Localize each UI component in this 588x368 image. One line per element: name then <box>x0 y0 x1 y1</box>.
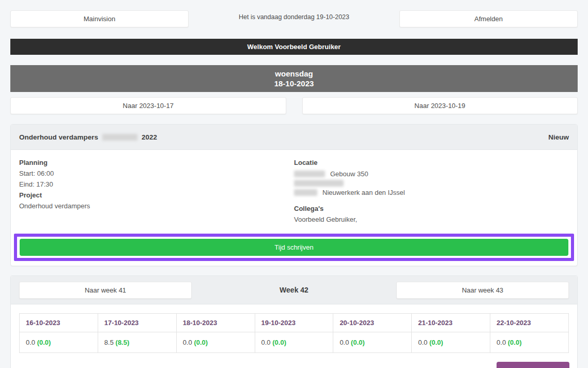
prev-week-button[interactable]: Naar week 41 <box>19 282 192 299</box>
planning-heading: Planning <box>19 157 294 168</box>
redacted-location-name <box>294 171 325 177</box>
week-body: 16-10-2023 17-10-2023 18-10-2023 19-10-2… <box>11 304 577 368</box>
redacted-title-segment <box>102 134 137 141</box>
page: Mainvision Het is vandaag donderdag 19-1… <box>0 0 588 368</box>
hours-value: 0.0 <box>261 339 271 346</box>
hours-cell: 0.0 (0.0) <box>412 332 490 353</box>
colleagues-names: Voorbeeld Gebruiker, <box>294 214 569 225</box>
location-column: Locatie Gebouw 350 Nieuwerkerk aan den I… <box>294 157 569 225</box>
job-title-prefix: Onderhoud verdampers <box>19 133 98 141</box>
hours-value: 0.0 <box>26 339 35 346</box>
hours-cell: 0.0 (0.0) <box>490 332 569 353</box>
job-card-header: Onderhoud verdampers 2022 Nieuw <box>11 125 577 150</box>
date-column-header: 16-10-2023 <box>20 314 98 332</box>
prev-day-button[interactable]: Naar 2023-10-17 <box>10 97 286 114</box>
hours-value: 0.0 <box>183 339 192 346</box>
planning-column: Planning Start: 06:00 Eind: 17:30 Projec… <box>19 157 294 225</box>
hours-value-paren: (0.0) <box>429 339 443 346</box>
hours-value-paren: (8.5) <box>116 339 130 346</box>
planning-end: Eind: 17:30 <box>19 179 294 190</box>
action-highlight-annotation: Tijd schrijven <box>14 234 574 261</box>
date-column-header: 20-10-2023 <box>333 314 412 332</box>
week-footer <box>19 353 569 368</box>
redacted-street <box>294 180 344 187</box>
day-header-weekday: woensdag <box>275 69 313 79</box>
location-city: Nieuwerkerk aan den IJssel <box>322 187 405 198</box>
day-header: woensdag 18-10-2023 <box>10 65 578 92</box>
hours-cell: 0.0 (0.0) <box>333 332 412 353</box>
welcome-bar: Welkom Voorbeeld Gebruiker <box>10 39 578 55</box>
location-building: Gebouw 350 <box>330 168 368 180</box>
hours-value-paren: (0.0) <box>194 339 208 346</box>
location-line-1: Gebouw 350 <box>294 168 569 180</box>
planning-start: Start: 06:00 <box>19 168 294 179</box>
job-card-body: Planning Start: 06:00 Eind: 17:30 Projec… <box>11 150 577 225</box>
next-week-button[interactable]: Naar week 43 <box>396 282 569 299</box>
hours-value-paren: (0.0) <box>351 339 365 346</box>
day-nav: Naar 2023-10-17 Naar 2023-10-19 <box>10 97 578 114</box>
project-name: Onderhoud verdampers <box>19 201 294 211</box>
job-card-title: Onderhoud verdampers 2022 <box>19 133 157 141</box>
hours-cell: 0.0 (0.0) <box>255 332 333 353</box>
hours-value: 8.5 <box>104 339 114 346</box>
date-column-header: 17-10-2023 <box>98 314 176 332</box>
hours-cell: 0.0 (0.0) <box>20 332 98 353</box>
hours-value: 0.0 <box>497 339 506 346</box>
next-day-button[interactable]: Naar 2023-10-19 <box>302 97 578 114</box>
status-badge: Nieuw <box>548 133 569 141</box>
day-header-date: 18-10-2023 <box>274 79 314 88</box>
date-column-header: 18-10-2023 <box>176 314 255 332</box>
today-text: Het is vandaag donderdag 19-10-2023 <box>189 10 399 21</box>
project-heading: Project <box>19 190 294 201</box>
write-time-button[interactable]: Tijd schrijven <box>20 239 568 256</box>
date-column-header: 21-10-2023 <box>412 314 490 332</box>
week-header: Week 42 Naar week 41 Naar week 43 <box>11 276 577 304</box>
hours-table: 16-10-2023 17-10-2023 18-10-2023 19-10-2… <box>19 313 569 353</box>
hours-value: 0.0 <box>418 339 427 346</box>
top-bar: Mainvision Het is vandaag donderdag 19-1… <box>10 10 578 27</box>
date-column-header: 19-10-2023 <box>255 314 333 332</box>
location-heading: Locatie <box>294 157 569 168</box>
hours-value-paren: (0.0) <box>508 339 522 346</box>
week-card: Week 42 Naar week 41 Naar week 43 16-10-… <box>10 275 578 368</box>
job-card: Onderhoud verdampers 2022 Nieuw Planning… <box>10 124 578 266</box>
week-action-button[interactable] <box>497 362 569 368</box>
mainvision-button[interactable]: Mainvision <box>10 10 189 27</box>
location-line-2 <box>294 180 569 187</box>
colleagues-heading: Collega's <box>294 203 569 214</box>
hours-cell: 8.5 (8.5) <box>98 332 176 353</box>
hours-value: 0.0 <box>339 339 349 346</box>
hours-cell: 0.0 (0.0) <box>176 332 255 353</box>
hours-value-paren: (0.0) <box>37 339 51 346</box>
logout-button[interactable]: Afmelden <box>399 10 578 27</box>
hours-value-paren: (0.0) <box>272 339 286 346</box>
hours-table-header-row: 16-10-2023 17-10-2023 18-10-2023 19-10-2… <box>20 314 569 332</box>
job-title-suffix: 2022 <box>142 133 157 141</box>
hours-table-value-row: 0.0 (0.0) 8.5 (8.5) 0.0 (0.0) 0.0 (0.0) … <box>20 332 569 353</box>
location-line-3: Nieuwerkerk aan den IJssel <box>294 187 569 198</box>
date-column-header: 22-10-2023 <box>490 314 569 332</box>
redacted-postcode <box>294 189 317 196</box>
